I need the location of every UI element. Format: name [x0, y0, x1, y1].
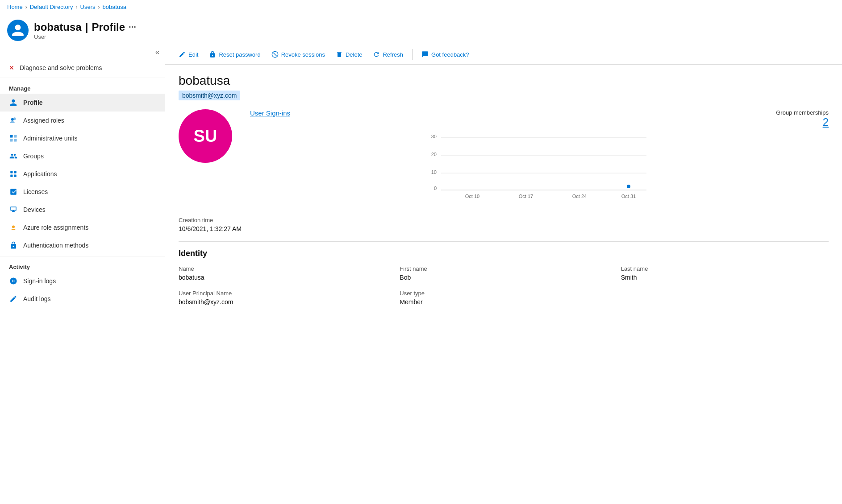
sidebar-item-licenses-label: Licenses — [23, 188, 48, 195]
sidebar-item-devices-label: Devices — [23, 206, 46, 213]
edit-icon — [179, 51, 186, 58]
feedback-icon — [421, 51, 429, 58]
field-user-type: User type Member — [400, 290, 607, 306]
group-memberships-panel: Group memberships 2 — [776, 109, 829, 128]
svg-rect-2 — [14, 135, 17, 138]
audit-logs-icon — [9, 294, 18, 303]
admin-units-icon — [9, 134, 18, 143]
svg-rect-6 — [14, 171, 17, 173]
profile-icon — [9, 98, 18, 107]
toolbar: Edit Reset password Revoke sessions Dele… — [165, 45, 842, 65]
sidebar-item-auth-methods[interactable]: Authentication methods — [0, 236, 165, 254]
main-layout: « ✕ Diagnose and solve problems Manage P… — [0, 45, 842, 504]
sidebar-item-profile[interactable]: Profile — [0, 94, 165, 112]
sidebar-item-devices[interactable]: Devices — [0, 201, 165, 219]
edit-label: Edit — [188, 51, 198, 58]
field-name: Name bobatusa — [179, 265, 386, 281]
auth-methods-icon — [9, 241, 18, 250]
sidebar-item-diagnose[interactable]: ✕ Diagnose and solve problems — [0, 60, 165, 76]
identity-title: Identity — [179, 249, 829, 258]
wrench-icon: ✕ — [9, 64, 14, 71]
upn-label: User Principal Name — [179, 290, 386, 297]
sidebar-item-sign-in-logs[interactable]: Sign-in logs — [0, 272, 165, 290]
sidebar-item-auth-methods-label: Authentication methods — [23, 242, 88, 249]
sidebar-item-licenses[interactable]: Licenses — [0, 183, 165, 201]
user-email-badge: bobsmith@xyz.com — [179, 91, 240, 100]
got-feedback-button[interactable]: Got feedback? — [417, 48, 474, 61]
sidebar-item-administrative-units[interactable]: Administrative units — [0, 129, 165, 147]
user-type-value: Member — [400, 298, 607, 306]
edit-button[interactable]: Edit — [174, 48, 203, 61]
group-memberships-value[interactable]: 2 — [823, 116, 829, 128]
svg-text:Oct 24: Oct 24 — [572, 194, 587, 199]
last-name-label: Last name — [621, 265, 829, 272]
revoke-sessions-label: Revoke sessions — [281, 51, 325, 58]
got-feedback-label: Got feedback? — [431, 51, 469, 58]
sidebar-item-audit-logs-label: Audit logs — [23, 295, 50, 302]
sidebar-item-profile-label: Profile — [23, 99, 43, 106]
identity-section: Identity Name bobatusa First name Bob La… — [179, 249, 829, 306]
page-role-label: User — [34, 33, 136, 40]
svg-line-11 — [273, 53, 277, 56]
sidebar-item-admin-units-label: Administrative units — [23, 135, 77, 142]
group-memberships-label: Group memberships — [776, 109, 829, 116]
right-panel: Edit Reset password Revoke sessions Dele… — [165, 45, 842, 504]
refresh-icon — [373, 51, 380, 58]
svg-point-9 — [12, 226, 15, 228]
refresh-button[interactable]: Refresh — [368, 48, 408, 61]
sign-ins-chart-title[interactable]: User Sign-ins — [250, 109, 290, 117]
assigned-roles-icon — [9, 116, 18, 125]
reset-password-button[interactable]: Reset password — [204, 48, 265, 61]
azure-roles-icon — [9, 223, 18, 232]
svg-rect-1 — [10, 135, 13, 138]
more-options-icon[interactable]: ··· — [129, 22, 136, 32]
delete-icon — [336, 51, 343, 58]
field-upn: User Principal Name bobsmith@xyz.com — [179, 290, 386, 306]
identity-divider — [179, 241, 829, 242]
sidebar-item-applications[interactable]: Applications — [0, 165, 165, 183]
breadcrumb-home[interactable]: Home — [7, 4, 23, 10]
field-last-name: Last name Smith — [621, 265, 829, 281]
breadcrumb-users[interactable]: Users — [80, 4, 96, 10]
page-title-container: bobatusa | Profile ··· User — [34, 21, 136, 40]
sidebar-item-groups-label: Groups — [23, 153, 44, 160]
diagnose-label: Diagnose and solve problems — [20, 64, 102, 71]
svg-rect-5 — [10, 171, 13, 173]
toolbar-separator — [412, 49, 413, 60]
creation-time-label: Creation time — [179, 217, 829, 223]
svg-point-24 — [627, 185, 630, 188]
identity-grid: Name bobatusa First name Bob Last name S… — [179, 265, 829, 306]
sign-in-logs-icon — [9, 277, 18, 285]
sidebar-item-assigned-roles-label: Assigned roles — [23, 117, 64, 124]
user-avatar-icon — [7, 20, 29, 41]
chart-area: User Sign-ins Group memberships 2 30 20 … — [250, 109, 829, 203]
sidebar-item-azure-roles[interactable]: Azure role assignments — [0, 219, 165, 236]
svg-text:Oct 31: Oct 31 — [621, 194, 636, 199]
sign-ins-chart: 30 20 10 0 Oct 10 Oct 17 — [250, 132, 829, 203]
name-label: Name — [179, 265, 386, 272]
sidebar-item-groups[interactable]: Groups — [0, 147, 165, 165]
svg-text:Oct 10: Oct 10 — [465, 194, 479, 199]
last-name-value: Smith — [621, 274, 829, 281]
page-header: bobatusa | Profile ··· User — [0, 14, 842, 45]
sidebar-collapse-btn[interactable]: « — [0, 45, 165, 60]
delete-label: Delete — [346, 51, 363, 58]
svg-rect-4 — [14, 139, 17, 142]
revoke-sessions-button[interactable]: Revoke sessions — [267, 48, 329, 61]
reset-password-label: Reset password — [219, 51, 260, 58]
page-title-section: Profile — [92, 21, 125, 33]
svg-text:20: 20 — [431, 152, 437, 157]
delete-button[interactable]: Delete — [331, 48, 367, 61]
creation-time-value: 10/6/2021, 1:32:27 AM — [179, 225, 829, 232]
sidebar-item-assigned-roles[interactable]: Assigned roles — [0, 112, 165, 129]
field-first-name: First name Bob — [400, 265, 607, 281]
chart-header: User Sign-ins Group memberships 2 — [250, 109, 829, 128]
refresh-label: Refresh — [383, 51, 403, 58]
reset-password-icon — [209, 51, 216, 58]
breadcrumb: Home › Default Directory › Users › bobat… — [0, 0, 842, 14]
revoke-sessions-icon — [271, 51, 279, 58]
breadcrumb-directory[interactable]: Default Directory — [30, 4, 73, 10]
main-content: bobatusa bobsmith@xyz.com SU User Sign-i… — [165, 65, 842, 504]
upn-value: bobsmith@xyz.com — [179, 298, 386, 306]
sidebar-item-audit-logs[interactable]: Audit logs — [0, 290, 165, 308]
